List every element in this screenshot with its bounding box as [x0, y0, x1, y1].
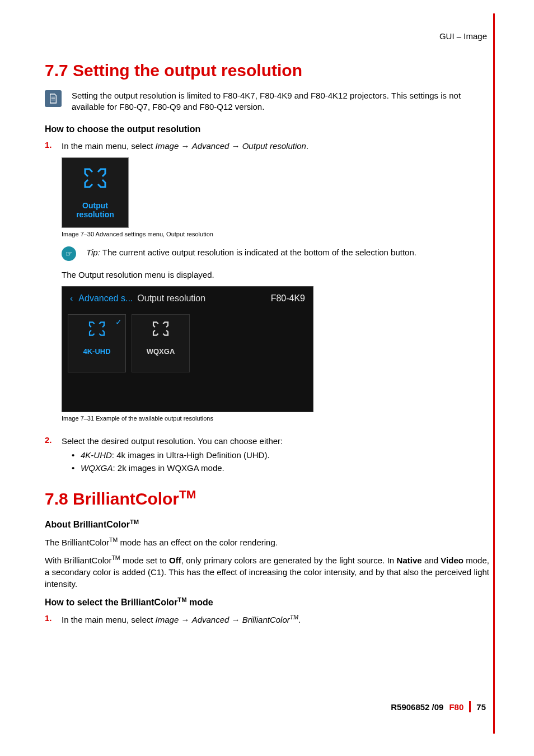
- tip-body: The current active output resolution is …: [100, 248, 416, 257]
- how-to-choose-heading: How to choose the output resolution: [45, 124, 489, 134]
- bc-path-image: Image: [156, 615, 179, 624]
- bc-p1-a: The BrilliantColor: [45, 538, 109, 547]
- step-1-pre: In the main menu, select: [62, 141, 156, 151]
- bc-native: Native: [397, 556, 422, 565]
- sub2-pre: How to select the BrilliantColor: [45, 598, 177, 607]
- note-text: Setting the output resolution is limited…: [72, 90, 489, 113]
- page-icon: [45, 90, 62, 107]
- image-7-30-caption: Image 7–30 Advanced settings menu, Outpu…: [62, 230, 489, 239]
- bc-para-1: The BrilliantColorTM mode has an effect …: [45, 536, 489, 548]
- step-2-text: Select the desired output resolution. Yo…: [62, 436, 283, 446]
- resolution-tile-4k-uhd: ✓ 4K-UHD: [68, 314, 126, 372]
- screen-model: F80-4K9: [271, 292, 305, 305]
- screen-title: Output resolution: [137, 292, 266, 305]
- bc-step-1-number: 1.: [45, 613, 55, 626]
- bc-p1-b: mode has an effect on the color renderin…: [118, 538, 278, 547]
- note-callout: Setting the output resolution is limited…: [45, 90, 489, 113]
- option-wqxga-em: WQXGA: [81, 463, 113, 473]
- screen-breadcrumb: Advanced s...: [78, 292, 133, 305]
- bc-step1-post: .: [298, 615, 301, 624]
- output-resolution-screen: ‹ Advanced s... Output resolution F80-4K…: [62, 286, 313, 412]
- option-4k-em: 4K-UHD: [81, 450, 112, 460]
- about-bc-text: About BrilliantColor: [45, 520, 130, 530]
- bc-p2-d: and: [422, 556, 441, 565]
- tip-text: Tip: The current active output resolutio…: [86, 246, 416, 258]
- footer-page-number: 75: [476, 702, 486, 712]
- footer-product: F80: [449, 702, 463, 712]
- tm-mark: TM: [179, 488, 196, 501]
- about-brilliantcolor-heading: About BrilliantColorTM: [45, 519, 489, 530]
- menu-path-image: Image: [156, 141, 179, 151]
- page-footer: R5906852 /09 F80 75: [391, 701, 486, 712]
- chevron-left-icon: ‹: [70, 292, 73, 305]
- section-7-7-title: 7.7 Setting the output resolution: [45, 61, 489, 80]
- menu-path-advanced: Advanced: [192, 141, 229, 151]
- expand-arrows-icon: [65, 168, 125, 191]
- footer-docnum: R5906852 /09: [391, 702, 443, 712]
- tm-mark-4: TM: [111, 554, 120, 561]
- bc-off: Off: [169, 556, 181, 565]
- tile-label-line1: Output: [65, 201, 125, 211]
- sub2-post: mode: [187, 598, 213, 607]
- how-to-select-bc-heading: How to select the BrilliantColorTM mode: [45, 596, 489, 608]
- section-7-8-title-text: 7.8 BrilliantColor: [45, 489, 179, 508]
- option-wqxga-rest: : 2k images in WQXGA mode.: [113, 463, 224, 473]
- step-1-body: In the main menu, select Image → Advance…: [62, 140, 489, 431]
- option-4k-uhd: 4K-UHD: 4k images in Ultra-High Definiti…: [72, 449, 489, 462]
- bc-p2-b: mode set to: [120, 556, 170, 565]
- option-4k-rest: : 4k images in Ultra-High Definition (UH…: [112, 450, 270, 460]
- output-resolution-tile: Output resolution: [62, 157, 129, 228]
- check-icon: ✓: [115, 317, 122, 328]
- tm-mark-3: TM: [109, 536, 118, 543]
- tile-label-line2: resolution: [65, 210, 125, 220]
- tile-4k-label: 4K-UHD: [68, 347, 125, 357]
- hand-point-icon: ☞: [62, 246, 76, 261]
- step-2-body: Select the desired output resolution. Yo…: [62, 435, 489, 474]
- output-menu-displayed-text: The Output resolution menu is displayed.: [62, 269, 489, 281]
- menu-path-output-resolution: Output resolution: [242, 141, 306, 151]
- image-7-31-caption: Image 7–31 Example of the available outp…: [62, 414, 489, 423]
- section-7-8-title: 7.8 BrilliantColorTM: [45, 488, 489, 508]
- footer-divider: [469, 701, 471, 712]
- bc-p2-c: , only primary colors are generated by t…: [181, 556, 397, 565]
- step-2-number: 2.: [45, 435, 55, 474]
- bc-video: Video: [441, 556, 463, 565]
- option-wqxga: WQXGA: 2k images in WQXGA mode.: [72, 462, 489, 475]
- bc-path-bc: BrilliantColor: [242, 615, 290, 624]
- bc-step1-pre: In the main menu, select: [62, 615, 156, 624]
- tm-mark-5: TM: [177, 596, 186, 603]
- tm-mark-2: TM: [130, 519, 139, 525]
- step-1-number: 1.: [45, 140, 55, 431]
- bc-p2-a: With BrilliantColor: [45, 556, 111, 565]
- vertical-red-bar: [493, 13, 495, 734]
- tm-mark-6: TM: [290, 614, 298, 620]
- bc-para-2: With BrilliantColorTM mode set to Off, o…: [45, 554, 489, 590]
- resolution-tile-wqxga: WQXGA: [132, 314, 190, 372]
- bc-step-1-body: In the main menu, select Image → Advance…: [62, 613, 489, 626]
- step-1-post: .: [306, 141, 308, 151]
- bc-path-advanced: Advanced: [192, 615, 229, 624]
- tile-wqxga-label: WQXGA: [132, 347, 189, 357]
- tip-lead: Tip:: [86, 248, 100, 257]
- header-breadcrumb: GUI – Image: [45, 31, 489, 41]
